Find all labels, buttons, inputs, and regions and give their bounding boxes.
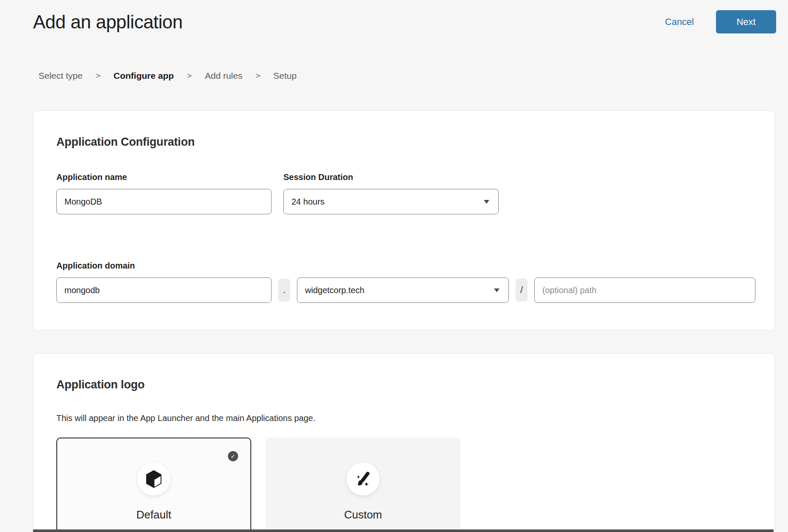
session-duration-select[interactable]: 24 hours: [283, 189, 499, 214]
paintbrush-icon: [353, 469, 373, 489]
default-logo-circle: [137, 463, 170, 496]
logo-heading: Application logo: [56, 378, 752, 391]
header-actions: Cancel Next: [665, 10, 776, 33]
logo-option-label: Default: [57, 508, 250, 521]
logo-description: This will appear in the App Launcher and…: [56, 413, 752, 423]
session-duration-label: Session Duration: [283, 172, 499, 182]
cancel-button[interactable]: Cancel: [665, 17, 694, 28]
application-configuration-card: Application Configuration Application na…: [33, 111, 775, 330]
application-domain-field-group: Application domain . widgetcorp.tech /: [56, 261, 755, 303]
application-domain-label: Application domain: [56, 261, 755, 271]
step-configure-app[interactable]: Configure app: [114, 71, 174, 81]
step-add-rules[interactable]: Add rules: [205, 71, 242, 81]
domain-select[interactable]: widgetcorp.tech: [297, 277, 509, 303]
application-domain-row: Application domain . widgetcorp.tech /: [56, 261, 752, 303]
session-duration-value: 24 hours: [291, 197, 325, 207]
breadcrumb-separator: >: [187, 71, 191, 80]
chevron-down-icon: [494, 288, 500, 293]
breadcrumb-separator: >: [255, 71, 260, 80]
name-duration-row: Application name Session Duration 24 hou…: [56, 172, 752, 214]
cube-icon: [145, 469, 163, 489]
subdomain-input[interactable]: [56, 277, 272, 303]
step-select-type[interactable]: Select type: [39, 71, 83, 81]
session-duration-field-group: Session Duration 24 hours: [283, 172, 499, 214]
page-title: Add an application: [33, 11, 183, 33]
custom-logo-circle: [347, 463, 380, 496]
slash-separator: /: [516, 279, 527, 302]
logo-options: ✓ Default Custom: [56, 438, 752, 532]
application-name-input[interactable]: [56, 189, 272, 214]
breadcrumb-separator: >: [96, 71, 100, 80]
application-logo-card: Application logo This will appear in the…: [33, 353, 775, 532]
application-name-label: Application name: [56, 172, 272, 182]
breadcrumb: Select type > Configure app > Add rules …: [39, 71, 788, 81]
logo-option-custom[interactable]: Custom: [266, 438, 461, 532]
domain-parts: . widgetcorp.tech /: [56, 277, 755, 303]
domain-select-value: widgetcorp.tech: [305, 285, 364, 295]
page-header: Add an application Cancel Next: [0, 0, 788, 33]
logo-option-label: Custom: [266, 508, 460, 521]
step-setup[interactable]: Setup: [273, 71, 297, 81]
check-icon: ✓: [228, 451, 238, 461]
path-input[interactable]: [534, 277, 755, 303]
dot-separator: .: [278, 279, 290, 302]
application-name-field-group: Application name: [56, 172, 272, 214]
logo-option-default[interactable]: ✓ Default: [56, 438, 251, 532]
next-button[interactable]: Next: [716, 10, 776, 33]
chevron-down-icon: [483, 200, 490, 204]
bottom-cutoff-bar: [33, 529, 774, 532]
configuration-heading: Application Configuration: [56, 136, 752, 149]
